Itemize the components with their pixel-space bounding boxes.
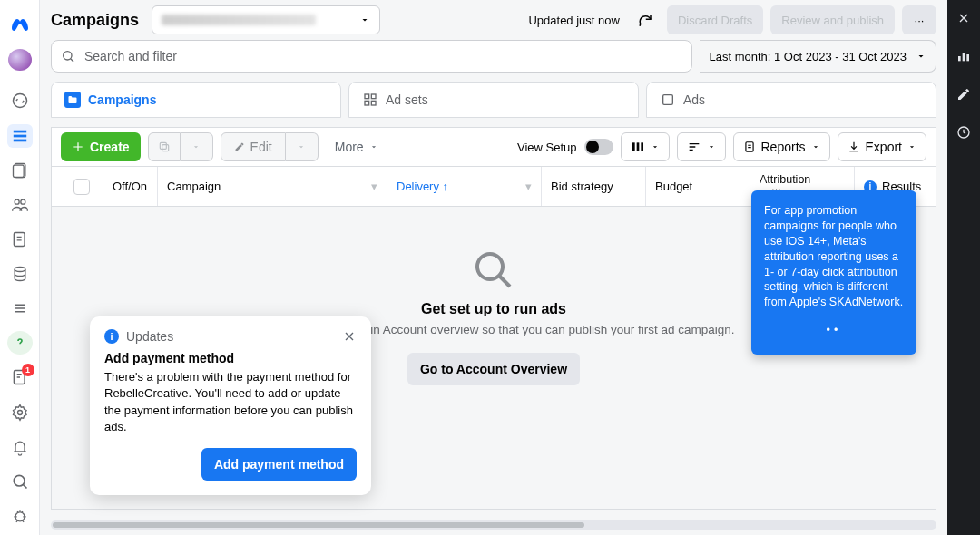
svg-rect-5 bbox=[13, 165, 24, 177]
reports-icon[interactable] bbox=[7, 228, 33, 251]
history-clock-icon[interactable] bbox=[955, 123, 973, 141]
svg-point-9 bbox=[15, 268, 25, 272]
tab-adsets[interactable]: Ad sets bbox=[348, 82, 639, 118]
column-bid[interactable]: Bid strategy bbox=[541, 167, 645, 206]
create-label: Create bbox=[90, 140, 130, 154]
duplicate-dropdown[interactable] bbox=[181, 132, 213, 161]
header-overflow-button[interactable]: ··· bbox=[902, 5, 936, 34]
tab-label: Ad sets bbox=[386, 92, 428, 107]
hamburger-icon[interactable] bbox=[7, 297, 33, 320]
breakdown-button[interactable] bbox=[677, 132, 726, 161]
tab-ads[interactable]: Ads bbox=[646, 82, 936, 118]
more-menu[interactable]: More bbox=[326, 132, 387, 161]
select-all-checkbox[interactable] bbox=[61, 167, 103, 206]
edit-label: Edit bbox=[250, 140, 272, 154]
svg-point-14 bbox=[64, 52, 72, 60]
folder-icon bbox=[64, 92, 81, 108]
search-input[interactable]: Search and filter bbox=[51, 40, 692, 73]
updates-body: There's a problem with the payment metho… bbox=[104, 369, 357, 435]
columns-button[interactable] bbox=[621, 132, 670, 161]
left-nav-rail: 1 bbox=[0, 0, 40, 535]
edit-dropdown[interactable] bbox=[286, 132, 318, 161]
main-content: Campaigns Updated just now Discard Draft… bbox=[40, 0, 947, 535]
svg-point-26 bbox=[477, 254, 503, 279]
edit-button[interactable]: Edit bbox=[220, 132, 286, 161]
reports-button[interactable]: Reports bbox=[733, 132, 830, 161]
help-icon[interactable] bbox=[7, 331, 33, 355]
billing-icon[interactable] bbox=[7, 262, 33, 286]
svg-rect-15 bbox=[365, 94, 369, 99]
refresh-button[interactable] bbox=[631, 5, 660, 34]
search-rail-icon[interactable] bbox=[7, 470, 33, 493]
magnifier-icon bbox=[472, 248, 515, 292]
caret-down-icon bbox=[916, 51, 926, 62]
account-avatar[interactable] bbox=[8, 49, 32, 71]
svg-rect-24 bbox=[641, 142, 643, 151]
library-icon[interactable] bbox=[7, 159, 33, 182]
attribution-tooltip: For app promotion campaigns for people w… bbox=[751, 190, 916, 355]
right-context-rail bbox=[947, 0, 980, 535]
svg-point-12 bbox=[14, 475, 24, 486]
grid4-icon bbox=[362, 92, 378, 108]
column-budget[interactable]: Budget bbox=[645, 167, 750, 206]
empty-title: Get set up to run ads bbox=[421, 301, 566, 317]
svg-rect-19 bbox=[663, 95, 673, 105]
horizontal-scrollbar[interactable] bbox=[51, 520, 936, 530]
date-range-label: Last month: 1 Oct 2023 - 31 Oct 2023 bbox=[709, 50, 906, 63]
breakdown-icon bbox=[687, 140, 701, 154]
svg-rect-16 bbox=[371, 94, 376, 99]
notification-doc-icon[interactable]: 1 bbox=[7, 365, 33, 389]
add-payment-method-button[interactable]: Add payment method bbox=[201, 448, 357, 481]
close-icon[interactable] bbox=[342, 329, 357, 344]
updates-title: Add payment method bbox=[104, 351, 357, 365]
view-setup-toggle[interactable] bbox=[584, 139, 613, 155]
go-to-account-overview-button[interactable]: Go to Account Overview bbox=[407, 353, 580, 385]
settings-icon[interactable] bbox=[7, 401, 33, 424]
date-range-selector[interactable]: Last month: 1 Oct 2023 - 31 Oct 2023 bbox=[700, 40, 936, 73]
review-publish-button[interactable]: Review and publish bbox=[770, 5, 895, 34]
download-icon bbox=[848, 141, 860, 153]
tab-campaigns[interactable]: Campaigns bbox=[51, 82, 341, 118]
duplicate-button-group bbox=[148, 132, 213, 161]
reports-label: Reports bbox=[761, 140, 806, 154]
column-campaign[interactable]: Campaign▾ bbox=[157, 167, 387, 206]
bug-icon[interactable] bbox=[7, 504, 33, 528]
column-delivery[interactable]: Delivery ↑▾ bbox=[387, 167, 541, 206]
page-title: Campaigns bbox=[51, 11, 139, 30]
discard-drafts-button[interactable]: Discard Drafts bbox=[667, 5, 763, 34]
more-label: More bbox=[335, 140, 364, 154]
edit-pencil-icon[interactable] bbox=[955, 85, 973, 103]
bell-icon[interactable] bbox=[7, 435, 33, 459]
svg-point-7 bbox=[20, 199, 24, 204]
svg-rect-28 bbox=[963, 53, 965, 61]
updates-card: i Updates Add payment method There's a p… bbox=[90, 316, 371, 495]
export-button[interactable]: Export bbox=[838, 132, 926, 161]
close-panel-icon[interactable] bbox=[955, 9, 973, 27]
column-offon[interactable]: Off/On bbox=[103, 167, 157, 206]
account-selector[interactable] bbox=[152, 5, 380, 34]
svg-rect-1 bbox=[13, 130, 25, 132]
svg-point-6 bbox=[15, 199, 19, 204]
duplicate-button[interactable] bbox=[148, 132, 181, 161]
svg-rect-18 bbox=[371, 101, 376, 105]
ad-icon bbox=[660, 92, 676, 108]
header-bar: Campaigns Updated just now Discard Draft… bbox=[40, 0, 947, 38]
meta-logo-icon[interactable] bbox=[7, 13, 33, 36]
svg-rect-2 bbox=[13, 134, 25, 137]
svg-rect-29 bbox=[966, 54, 969, 61]
svg-point-0 bbox=[13, 94, 26, 108]
audiences-icon[interactable] bbox=[7, 193, 33, 217]
view-setup-label: View Setup bbox=[517, 141, 577, 154]
tab-label: Campaigns bbox=[88, 92, 156, 107]
campaigns-grid-icon[interactable] bbox=[7, 124, 33, 148]
info-icon: i bbox=[104, 329, 119, 344]
charts-icon[interactable] bbox=[955, 47, 973, 65]
updated-status: Updated just now bbox=[528, 14, 619, 27]
svg-rect-17 bbox=[365, 101, 369, 105]
export-label: Export bbox=[866, 140, 902, 154]
subheader: Search and filter Last month: 1 Oct 2023… bbox=[40, 38, 947, 82]
dashboard-icon[interactable] bbox=[7, 89, 33, 112]
create-button[interactable]: Create bbox=[61, 132, 141, 161]
account-name-redacted bbox=[162, 15, 316, 25]
tooltip-pagination[interactable]: •• bbox=[764, 323, 904, 338]
